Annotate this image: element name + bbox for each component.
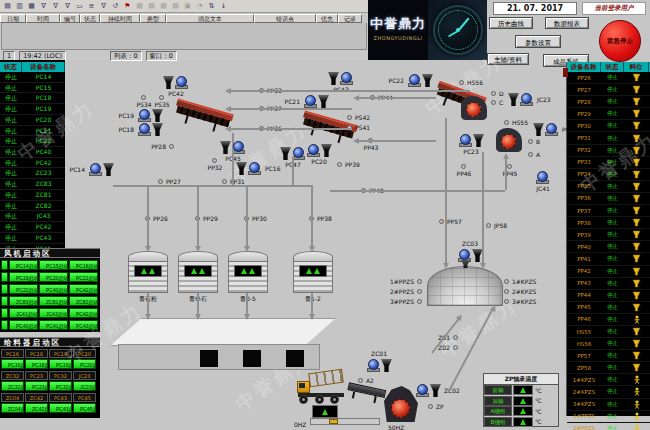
- sensor-point-PS34[interactable]: [141, 95, 146, 100]
- device-label: ZP: [436, 404, 444, 410]
- machine-PC20[interactable]: [306, 144, 332, 157]
- fan-icon: [536, 171, 549, 184]
- sensor-point-1#PPZS[interactable]: [417, 279, 422, 284]
- sensor-point-D[interactable]: [491, 91, 496, 96]
- arrowhead-icon: [353, 138, 359, 144]
- sensor-point-PP32[interactable]: [212, 158, 217, 163]
- truck-wheel-icon: [315, 395, 324, 404]
- machine-JC41[interactable]: [536, 171, 562, 184]
- device-label: HS56: [467, 80, 483, 86]
- vibrating-feeder[interactable]: [346, 382, 386, 406]
- storage-silo[interactable]: [293, 251, 333, 293]
- machine-PC18[interactable]: [137, 123, 163, 136]
- sensor-point-HS55[interactable]: [504, 120, 509, 125]
- leg: [212, 122, 216, 131]
- sensor-point-A[interactable]: [528, 152, 533, 157]
- machine-ZC02[interactable]: [415, 384, 441, 397]
- leg: [337, 134, 341, 143]
- leg: [373, 396, 376, 403]
- slider-thumb[interactable]: [329, 419, 338, 424]
- machine-ZC01[interactable]: [366, 359, 392, 372]
- hopper-icon: [533, 123, 544, 136]
- storage-silo[interactable]: [128, 251, 168, 293]
- impact-crusher[interactable]: [461, 96, 487, 120]
- hopper-icon: [103, 163, 114, 176]
- temp-label: B绕组: [484, 417, 512, 427]
- sensor-point-PS42[interactable]: [347, 115, 352, 120]
- warehouse-door: [286, 350, 304, 367]
- sensor-point-B[interactable]: [528, 139, 533, 144]
- primary-crusher[interactable]: [384, 386, 418, 422]
- temp-level-icon: [513, 385, 533, 395]
- device-label: HS55: [512, 120, 528, 126]
- sensor-point-PP45[interactable]: [507, 164, 512, 169]
- sensor-point-PP27[interactable]: [158, 179, 163, 184]
- sensor-point-2#KPZS[interactable]: [504, 289, 509, 294]
- level-icon: [241, 268, 247, 274]
- device-label: PS35: [154, 102, 169, 108]
- crusher-rotor-icon: [501, 134, 516, 149]
- machine-PC19[interactable]: [137, 109, 163, 122]
- hopper-icon: [422, 74, 433, 87]
- silo-level-window: [234, 265, 262, 277]
- temp-level-icon: [513, 417, 533, 427]
- level-icon: [520, 387, 526, 393]
- sensor-point-A2[interactable]: [358, 378, 363, 383]
- device-label: Z02: [438, 345, 450, 351]
- hopper-icon: [321, 144, 332, 157]
- sensor-point-3#PPZS[interactable]: [417, 299, 422, 304]
- sensor-point-PP57[interactable]: [439, 219, 444, 224]
- sensor-point-1#KPZS[interactable]: [504, 279, 509, 284]
- sensor-point-HS56[interactable]: [459, 80, 464, 85]
- device-label: PC14: [70, 167, 85, 173]
- sensor-point-PP31[interactable]: [222, 179, 227, 184]
- arrowhead-icon: [503, 153, 509, 159]
- device-label: PC21: [285, 99, 300, 105]
- machine-PC43[interactable]: [328, 72, 354, 85]
- device-label: PC23: [463, 149, 478, 155]
- hopper-icon: [236, 162, 247, 175]
- sensor-point-JP58[interactable]: [486, 223, 491, 228]
- warehouse-door: [200, 350, 218, 367]
- flow-line: [311, 185, 313, 247]
- level-icon: [520, 398, 526, 404]
- machine-PC22[interactable]: [407, 74, 433, 87]
- level-indicator[interactable]: [312, 405, 338, 418]
- machine-ZC03[interactable]: [457, 249, 483, 262]
- sensor-point-PP28[interactable]: [169, 144, 174, 149]
- scada-screen: ▤▥▦∇∇∇▭≡∇↺⚑▤▤▤▤▣◔⇅↓ 日期时间编号状态持续时间类型消息文本错误…: [0, 0, 650, 430]
- impact-crusher[interactable]: [496, 128, 522, 152]
- sensor-point-Z02[interactable]: [453, 345, 458, 350]
- machine-PC21[interactable]: [303, 95, 329, 108]
- device-label: PC20: [311, 159, 326, 165]
- machine-PC23[interactable]: [458, 134, 484, 147]
- device-label: PP26: [153, 216, 168, 222]
- sensor-point-2#PPZS[interactable]: [417, 289, 422, 294]
- sensor-point-Z01[interactable]: [453, 335, 458, 340]
- sensor-point-ZP[interactable]: [428, 404, 433, 409]
- sensor-point-C[interactable]: [491, 100, 496, 105]
- speed-slider[interactable]: [310, 418, 380, 425]
- hopper-icon: [508, 93, 519, 106]
- sensor-point-3#KPZS[interactable]: [504, 299, 509, 304]
- storage-silo[interactable]: [228, 251, 268, 293]
- machine-PC12[interactable]: [533, 123, 559, 136]
- sensor-point-PP39[interactable]: [337, 162, 342, 167]
- machine-PC42[interactable]: [163, 76, 189, 89]
- fan-icon: [89, 163, 102, 176]
- hopper-icon: [280, 147, 291, 160]
- storage-silo[interactable]: [178, 251, 218, 293]
- dump-truck[interactable]: [294, 368, 350, 406]
- sensor-point-PS35[interactable]: [159, 95, 164, 100]
- flow-line: [232, 133, 234, 185]
- diagram-text: 0HZ: [294, 421, 306, 428]
- machine-JC23[interactable]: [508, 93, 534, 106]
- sensor-point-PP46[interactable]: [461, 164, 466, 169]
- storage-dome[interactable]: [427, 266, 503, 306]
- temp-unit: ℃: [535, 397, 542, 404]
- fan-icon: [545, 123, 558, 136]
- dome-top-hopper-icon: [461, 260, 470, 268]
- flow-line: [197, 293, 199, 315]
- machine-PC16[interactable]: [236, 162, 262, 175]
- machine-PC14[interactable]: [88, 163, 114, 176]
